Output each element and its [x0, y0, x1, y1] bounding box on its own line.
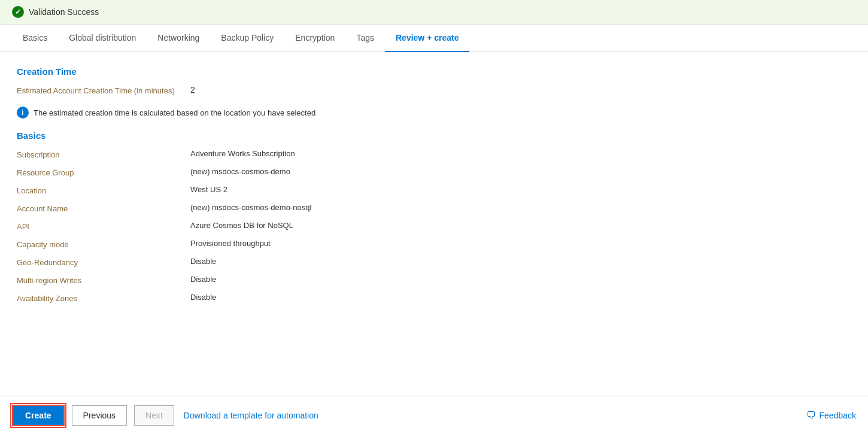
location-label: Location: [17, 185, 190, 195]
account-name-value: (new) msdocs-cosmos-demo-nosql: [190, 203, 311, 212]
validation-text: Validation Success: [29, 7, 99, 17]
subscription-row: Subscription Adventure Works Subscriptio…: [17, 149, 851, 163]
geo-redundancy-row: Geo-Redundancy Disable: [17, 257, 851, 271]
resource-group-label: Resource Group: [17, 167, 190, 177]
estimated-time-value: 2: [190, 85, 195, 95]
tab-encryption[interactable]: Encryption: [284, 25, 345, 52]
availability-zones-value: Disable: [190, 293, 216, 302]
geo-redundancy-label: Geo-Redundancy: [17, 257, 190, 267]
capacity-mode-value: Provisioned throughput: [190, 239, 271, 248]
subscription-value: Adventure Works Subscription: [190, 149, 295, 158]
subscription-label: Subscription: [17, 149, 190, 159]
info-icon: i: [17, 107, 29, 119]
multi-region-writes-value: Disable: [190, 275, 216, 284]
next-button[interactable]: Next: [134, 405, 174, 426]
api-value: Azure Cosmos DB for NoSQL: [190, 221, 293, 230]
main-content: Creation Time Estimated Account Creation…: [0, 52, 868, 390]
multi-region-writes-label: Multi-region Writes: [17, 275, 190, 285]
resource-group-row: Resource Group (new) msdocs-cosmos-demo: [17, 167, 851, 181]
basics-heading: Basics: [17, 130, 851, 141]
tab-tags[interactable]: Tags: [345, 25, 385, 52]
validation-success-icon: [12, 6, 24, 18]
feedback-label: Feedback: [820, 411, 856, 420]
estimated-time-label: Estimated Account Creation Time (in minu…: [17, 85, 190, 95]
info-row: i The estimated creation time is calcula…: [17, 107, 851, 119]
capacity-mode-label: Capacity mode: [17, 239, 190, 249]
footer: Create Previous Next Download a template…: [0, 396, 868, 434]
account-name-row: Account Name (new) msdocs-cosmos-demo-no…: [17, 203, 851, 217]
api-label: API: [17, 221, 190, 231]
create-button[interactable]: Create: [12, 405, 65, 426]
validation-bar: Validation Success: [0, 0, 868, 25]
creation-time-section: Creation Time Estimated Account Creation…: [17, 66, 851, 119]
geo-redundancy-value: Disable: [190, 257, 216, 266]
resource-group-value: (new) msdocs-cosmos-demo: [190, 167, 290, 176]
feedback-icon: 🗨: [806, 410, 816, 421]
feedback-container[interactable]: 🗨 Feedback: [806, 410, 856, 421]
tab-review-create[interactable]: Review + create: [385, 25, 469, 52]
previous-button[interactable]: Previous: [72, 405, 127, 426]
tab-networking[interactable]: Networking: [147, 25, 210, 52]
availability-zones-label: Availability Zones: [17, 293, 190, 303]
capacity-mode-row: Capacity mode Provisioned throughput: [17, 239, 851, 253]
api-row: API Azure Cosmos DB for NoSQL: [17, 221, 851, 235]
tab-global-distribution[interactable]: Global distribution: [58, 25, 147, 52]
multi-region-writes-row: Multi-region Writes Disable: [17, 275, 851, 289]
creation-time-heading: Creation Time: [17, 66, 851, 77]
estimated-time-row: Estimated Account Creation Time (in minu…: [17, 85, 851, 99]
location-row: Location West US 2: [17, 185, 851, 199]
download-template-link[interactable]: Download a template for automation: [181, 406, 321, 425]
location-value: West US 2: [190, 185, 227, 194]
tab-backup-policy[interactable]: Backup Policy: [210, 25, 284, 52]
account-name-label: Account Name: [17, 203, 190, 213]
info-text: The estimated creation time is calculate…: [34, 108, 315, 117]
tabs-container: Basics Global distribution Networking Ba…: [0, 25, 868, 52]
availability-zones-row: Availability Zones Disable: [17, 293, 851, 307]
tab-basics[interactable]: Basics: [12, 25, 58, 52]
basics-section: Basics Subscription Adventure Works Subs…: [17, 130, 851, 307]
